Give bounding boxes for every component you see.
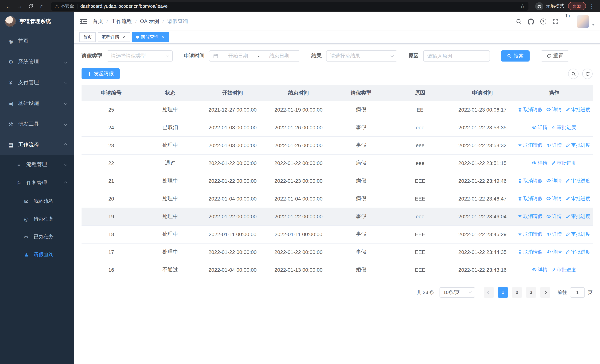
github-icon[interactable]: [525, 12, 537, 31]
help-icon[interactable]: ?: [537, 12, 549, 31]
page-button-3[interactable]: 3: [526, 287, 536, 298]
action-cancel[interactable]: 取消请假: [518, 231, 543, 238]
sidebar-item-leave-query[interactable]: ♟请假查询: [0, 246, 74, 263]
action-detail[interactable]: 详情: [532, 124, 548, 131]
sidebar-item-done-tasks[interactable]: ✂已办任务: [0, 228, 74, 246]
app-logo[interactable]: 芋道管理系统: [0, 12, 74, 31]
table-row: 22通过2022-01-22 00:00:002022-01-22 00:00:…: [82, 154, 593, 172]
cell-actions: 详情审批进度: [515, 154, 593, 172]
user-avatar[interactable]: [577, 15, 589, 28]
sidebar-item-workflow[interactable]: ▤工作流程: [0, 135, 74, 155]
reload-icon[interactable]: [26, 1, 36, 11]
close-icon[interactable]: ×: [160, 35, 166, 40]
action-cancel[interactable]: 取消请假: [518, 106, 543, 113]
collapse-sidebar-icon[interactable]: [74, 12, 93, 31]
security-warning[interactable]: ⚠不安全: [55, 3, 74, 9]
action-progress[interactable]: 审批进度: [551, 124, 576, 131]
view-icon: [546, 178, 551, 183]
action-label: 取消请假: [523, 178, 543, 184]
create-leave-button[interactable]: 发起请假: [82, 68, 120, 79]
cell-type: 婚假: [331, 261, 391, 279]
font-size-icon[interactable]: TT: [562, 12, 574, 31]
cell-type: 病假: [331, 154, 391, 172]
page-button-1[interactable]: 1: [498, 287, 508, 298]
page-size-select[interactable]: 10条/页: [440, 287, 475, 298]
breadcrumb-item[interactable]: OA 示例: [140, 18, 159, 25]
cell-type: 病假: [331, 101, 391, 119]
tab-0[interactable]: 首页: [79, 32, 96, 42]
breadcrumb-item[interactable]: 首页: [93, 18, 103, 25]
action-label: 详情: [538, 160, 548, 167]
cell-applied: 2022-01-22 23:49:46: [450, 172, 516, 190]
reason-input[interactable]: [423, 50, 490, 62]
bookmark-star-icon[interactable]: ☆: [520, 3, 525, 9]
action-detail[interactable]: 详情: [546, 142, 562, 149]
update-chip[interactable]: 更新: [568, 2, 586, 10]
goto-page-input[interactable]: [570, 287, 585, 298]
search-icon[interactable]: [513, 12, 525, 31]
action-cancel[interactable]: 取消请假: [518, 249, 543, 256]
search-button[interactable]: 搜索: [501, 50, 530, 62]
tab-2[interactable]: 请假查询×: [132, 32, 169, 42]
address-bar[interactable]: ⚠不安全 dashboard.yudao.iocoder.cn/bpm/oa/l…: [51, 2, 528, 10]
action-progress[interactable]: 审批进度: [565, 231, 590, 238]
toggle-search-icon[interactable]: [568, 69, 579, 79]
cell-status: 处理中: [141, 136, 200, 154]
sidebar-item-home[interactable]: ◉首页: [0, 31, 74, 52]
action-detail[interactable]: 详情: [532, 267, 548, 273]
action-progress[interactable]: 审批进度: [565, 249, 590, 256]
sidebar-item-task-mgmt[interactable]: ⚐任务管理: [0, 174, 74, 192]
edit-icon: [565, 250, 570, 254]
action-cancel[interactable]: 取消请假: [518, 213, 543, 220]
result-select[interactable]: 请选择流结果: [326, 50, 397, 62]
sidebar-item-system[interactable]: ⚙系统管理: [0, 52, 74, 72]
home-icon[interactable]: ⌂: [37, 1, 47, 11]
breadcrumb-item[interactable]: 工作流程: [111, 18, 132, 25]
fullscreen-icon[interactable]: [549, 12, 562, 31]
action-progress[interactable]: 审批进度: [565, 213, 590, 220]
action-detail[interactable]: 详情: [546, 106, 562, 113]
back-icon[interactable]: ←: [4, 1, 13, 11]
incognito-label: 无痕模式: [546, 3, 564, 9]
refresh-table-icon[interactable]: [582, 69, 593, 79]
reset-button[interactable]: 重置: [541, 50, 569, 62]
action-detail[interactable]: 详情: [546, 177, 562, 184]
sidebar-item-payment[interactable]: ¥支付管理: [0, 72, 74, 93]
sidebar-item-infra[interactable]: ▣基础设施: [0, 93, 74, 114]
cell-id: 19: [82, 208, 141, 225]
prev-page-button[interactable]: [484, 287, 494, 298]
action-cancel[interactable]: 取消请假: [518, 142, 543, 149]
date-range-picker[interactable]: 开始日期 - 结束日期: [209, 50, 300, 62]
tab-1[interactable]: 流程详情×: [98, 32, 130, 42]
filter-form: 请假类型 请选择请假类型 申请时间 开始日期: [82, 50, 593, 62]
action-progress[interactable]: 审批进度: [551, 267, 576, 273]
action-detail[interactable]: 详情: [546, 249, 562, 255]
sidebar-item-todo-tasks[interactable]: ◎待办任务: [0, 210, 74, 228]
leave-type-select[interactable]: 请选择请假类型: [107, 50, 173, 62]
browser-menu-icon[interactable]: ⋮: [587, 3, 596, 9]
page-button-2[interactable]: 2: [512, 287, 522, 298]
search-icon: [507, 54, 511, 58]
avatar-dropdown-caret-icon[interactable]: [592, 24, 595, 25]
action-cancel[interactable]: 取消请假: [518, 178, 543, 184]
action-progress[interactable]: 审批进度: [551, 160, 576, 167]
sidebar-item-my-process[interactable]: ✉我的流程: [0, 192, 74, 210]
action-progress[interactable]: 审批进度: [565, 106, 590, 113]
forward-icon[interactable]: →: [15, 1, 24, 11]
action-progress[interactable]: 审批进度: [565, 196, 590, 202]
action-detail[interactable]: 详情: [532, 160, 548, 167]
action-cancel[interactable]: 取消请假: [518, 196, 543, 202]
close-icon[interactable]: ×: [121, 35, 126, 40]
action-progress[interactable]: 审批进度: [565, 142, 590, 149]
action-detail[interactable]: 详情: [546, 195, 562, 202]
goto-page: 前往 页: [557, 287, 593, 298]
next-page-button[interactable]: [540, 287, 550, 298]
action-progress[interactable]: 审批进度: [565, 178, 590, 184]
action-label: 取消请假: [523, 196, 543, 202]
sidebar-item-process-mgmt[interactable]: ≡流程管理: [0, 155, 74, 174]
trash-icon: [518, 232, 522, 237]
action-detail[interactable]: 详情: [546, 213, 562, 220]
list-icon: ≡: [16, 162, 22, 168]
action-detail[interactable]: 详情: [546, 231, 562, 238]
sidebar-item-devtools[interactable]: ⚒研发工具: [0, 114, 74, 135]
